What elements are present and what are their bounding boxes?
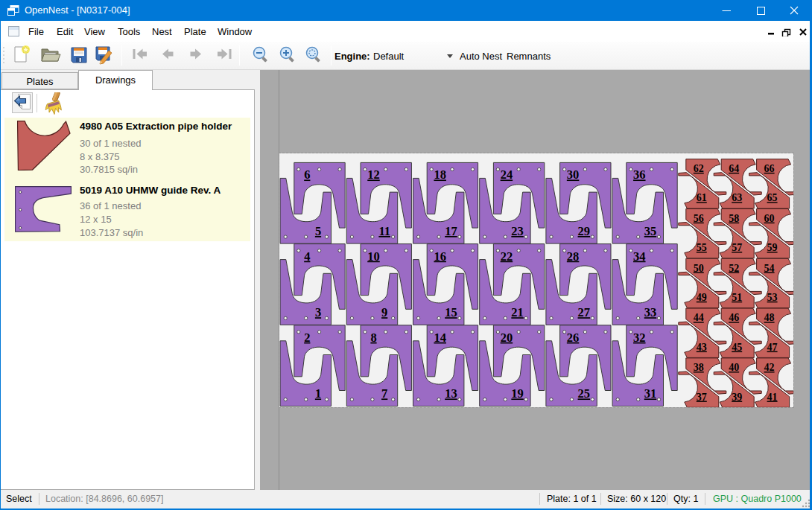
svg-text:7: 7: [381, 386, 387, 401]
svg-text:42: 42: [764, 362, 774, 373]
svg-text:46: 46: [729, 312, 739, 323]
svg-text:38: 38: [694, 362, 704, 373]
svg-text:37: 37: [697, 391, 707, 402]
svg-text:6: 6: [304, 168, 310, 182]
svg-text:15: 15: [445, 305, 457, 319]
svg-text:60: 60: [764, 212, 774, 223]
svg-text:65: 65: [767, 192, 777, 203]
svg-text:52: 52: [729, 262, 739, 273]
svg-text:43: 43: [697, 341, 707, 352]
svg-text:57: 57: [732, 242, 742, 253]
svg-text:62: 62: [694, 162, 704, 173]
svg-text:35: 35: [644, 224, 657, 238]
svg-text:28: 28: [567, 249, 580, 263]
svg-text:22: 22: [500, 249, 513, 263]
svg-text:9: 9: [381, 305, 387, 319]
svg-text:53: 53: [767, 291, 777, 302]
svg-text:55: 55: [697, 242, 707, 253]
svg-text:63: 63: [732, 192, 742, 203]
svg-text:47: 47: [767, 341, 777, 352]
svg-text:64: 64: [729, 162, 739, 173]
svg-text:59: 59: [767, 242, 777, 253]
svg-text:66: 66: [764, 162, 774, 173]
svg-text:40: 40: [729, 362, 739, 373]
svg-text:18: 18: [434, 168, 446, 182]
svg-text:14: 14: [434, 330, 446, 344]
svg-text:4: 4: [304, 249, 310, 263]
svg-text:54: 54: [764, 262, 774, 273]
svg-text:39: 39: [732, 391, 742, 402]
svg-text:5: 5: [315, 224, 321, 238]
svg-text:2: 2: [304, 330, 310, 344]
svg-text:23: 23: [511, 224, 524, 238]
svg-text:17: 17: [445, 224, 457, 238]
svg-text:31: 31: [644, 386, 657, 401]
svg-text:3: 3: [315, 305, 321, 319]
svg-text:29: 29: [577, 224, 590, 238]
svg-text:56: 56: [694, 212, 704, 223]
svg-text:33: 33: [644, 305, 657, 319]
svg-text:8: 8: [370, 330, 376, 344]
svg-text:41: 41: [767, 391, 777, 402]
svg-text:58: 58: [729, 212, 739, 223]
svg-text:25: 25: [577, 386, 590, 401]
svg-text:26: 26: [567, 330, 580, 344]
svg-text:20: 20: [500, 330, 513, 344]
svg-text:13: 13: [445, 386, 457, 401]
svg-text:51: 51: [732, 291, 742, 302]
svg-text:36: 36: [633, 168, 646, 182]
svg-text:27: 27: [577, 305, 590, 319]
svg-text:48: 48: [764, 312, 774, 323]
svg-text:50: 50: [694, 262, 704, 273]
svg-text:30: 30: [567, 168, 580, 182]
svg-text:10: 10: [367, 249, 380, 263]
svg-text:1: 1: [315, 386, 321, 401]
svg-text:32: 32: [633, 330, 646, 344]
svg-text:19: 19: [511, 386, 524, 401]
svg-text:24: 24: [500, 168, 513, 182]
svg-text:49: 49: [697, 291, 707, 302]
svg-text:61: 61: [697, 192, 707, 203]
svg-text:45: 45: [732, 341, 742, 352]
svg-text:44: 44: [694, 312, 704, 323]
svg-text:34: 34: [633, 249, 646, 263]
svg-text:12: 12: [367, 168, 380, 182]
svg-text:21: 21: [511, 305, 524, 319]
svg-text:11: 11: [378, 224, 390, 238]
svg-text:16: 16: [434, 249, 446, 263]
